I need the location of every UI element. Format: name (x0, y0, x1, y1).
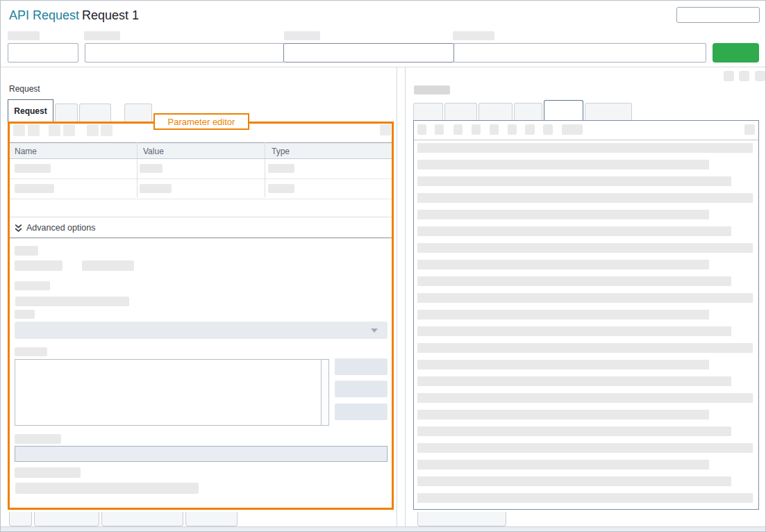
tab-request-label: Request (14, 106, 47, 116)
parameter-editor-callout: Parameter editor (153, 113, 249, 130)
app-window: API Request Request 1 Request Request Na… (0, 0, 766, 532)
response-toolbar-icon[interactable] (490, 124, 499, 135)
response-tabbar (413, 100, 632, 120)
param-toolbar-icon-right[interactable] (380, 124, 391, 135)
left-bottom-tabbar (9, 512, 238, 526)
request-section-label: Request (9, 84, 40, 94)
param-toolbar-icon[interactable] (63, 124, 75, 136)
param-cell-redacted[interactable] (140, 164, 163, 173)
form-label-redacted (15, 467, 81, 478)
param-cell-redacted[interactable] (15, 164, 51, 173)
titlebar-input[interactable] (676, 7, 760, 23)
response-line-redacted (417, 493, 753, 503)
request-field-2[interactable] (85, 43, 284, 63)
response-toolbar-icon[interactable] (472, 124, 481, 135)
advanced-options-label: Advanced options (26, 223, 95, 233)
bottom-tab[interactable] (101, 512, 183, 526)
panel-control-icon[interactable] (755, 71, 765, 81)
response-toolbar-icon[interactable] (525, 124, 535, 135)
advanced-listbox[interactable] (15, 359, 329, 426)
field-label-redacted (453, 31, 494, 40)
panel-control-icon[interactable] (739, 71, 749, 81)
response-line-redacted (417, 476, 731, 486)
response-toolbar-icon[interactable] (435, 124, 444, 135)
tab-request[interactable]: Request (8, 99, 53, 122)
chevron-double-down-icon[interactable] (14, 224, 23, 233)
request-field-3[interactable] (283, 43, 454, 63)
bottom-tab[interactable] (417, 512, 506, 526)
param-cell-redacted[interactable] (268, 184, 294, 193)
param-table-row[interactable] (10, 159, 392, 179)
response-line-redacted (417, 426, 731, 436)
splitter[interactable] (405, 67, 406, 526)
col-name: Name (15, 147, 37, 156)
app-title: API Request (9, 8, 79, 23)
response-line-redacted (417, 176, 731, 186)
status-strip (1, 526, 766, 532)
response-toolbar-icon[interactable] (543, 124, 553, 135)
form-label-redacted (15, 310, 35, 319)
param-cell-redacted[interactable] (140, 184, 172, 193)
response-line-redacted (417, 260, 709, 269)
response-section-label-redacted (414, 85, 450, 94)
bottom-tab[interactable] (185, 512, 238, 526)
param-cell-redacted[interactable] (15, 184, 54, 193)
response-toolbar-icon-right[interactable] (744, 124, 755, 135)
col-type: Type (272, 147, 290, 156)
tab-2[interactable] (55, 103, 78, 122)
response-toolbar-icon[interactable] (417, 124, 426, 135)
list-action-button-1[interactable] (335, 358, 388, 375)
request-tabbar: Request (8, 100, 152, 122)
form-value-redacted (15, 297, 129, 306)
left-panel-border (397, 67, 397, 526)
advanced-options-header[interactable]: Advanced options (10, 217, 392, 238)
response-tab-4[interactable] (514, 103, 542, 120)
response-line-redacted (417, 226, 731, 236)
param-toolbar-icon[interactable] (28, 124, 40, 136)
response-line-redacted (417, 160, 709, 169)
param-toolbar-icon[interactable] (87, 124, 99, 136)
response-line-redacted (417, 393, 753, 403)
request-field-1[interactable] (8, 43, 78, 63)
response-tab-2[interactable] (444, 103, 477, 120)
send-button[interactable] (713, 43, 759, 63)
param-table-row[interactable] (10, 179, 392, 199)
header-divider (1, 67, 766, 67)
param-toolbar-icon[interactable] (101, 124, 113, 136)
param-toolbar-icon[interactable] (13, 124, 25, 136)
response-toolbar-control[interactable] (562, 124, 583, 135)
list-action-button-3[interactable] (335, 404, 388, 420)
response-line-redacted (417, 210, 709, 219)
advanced-text-input[interactable] (15, 446, 388, 462)
form-label-redacted (15, 434, 61, 444)
param-cell-redacted[interactable] (268, 164, 294, 173)
field-label-redacted (84, 31, 120, 40)
tab-3[interactable] (79, 103, 111, 122)
column-divider (137, 142, 138, 197)
response-body-lines (417, 143, 753, 510)
tab-4[interactable] (124, 103, 152, 122)
response-line-redacted (417, 460, 709, 469)
form-label-redacted (82, 260, 134, 271)
response-toolbar-icon[interactable] (508, 124, 517, 135)
response-toolbar-divider (414, 140, 758, 140)
response-line-redacted (417, 360, 709, 369)
form-value-redacted (15, 483, 199, 494)
param-table-body (10, 159, 392, 199)
response-toolbar-icon[interactable] (453, 124, 463, 135)
list-action-button-2[interactable] (335, 381, 388, 397)
response-tab-3[interactable] (478, 103, 513, 120)
bottom-tab[interactable] (9, 512, 32, 526)
request-field-4[interactable] (453, 43, 706, 63)
bottom-tab[interactable] (34, 512, 99, 526)
param-table-header: Name Value Type (10, 142, 392, 159)
listbox-scrollbar[interactable] (321, 360, 328, 425)
param-toolbar-icon[interactable] (49, 124, 60, 136)
advanced-dropdown[interactable] (15, 322, 388, 339)
response-tab-6[interactable] (585, 103, 632, 120)
response-line-redacted (417, 193, 753, 203)
response-tab-1[interactable] (413, 103, 443, 120)
response-tab-active[interactable] (544, 100, 583, 121)
field-label-redacted (8, 31, 40, 40)
panel-control-icon[interactable] (724, 71, 734, 81)
